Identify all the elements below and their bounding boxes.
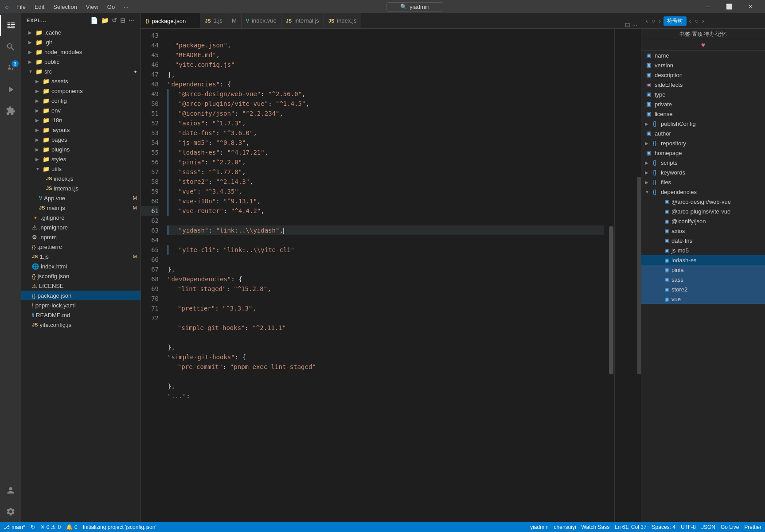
symbol-scripts[interactable]: ▶ {} scripts: [641, 158, 765, 167]
status-encoding[interactable]: UTF-8: [681, 524, 696, 530]
menu-file[interactable]: File: [13, 3, 29, 11]
status-spaces[interactable]: Spaces: 4: [652, 524, 675, 530]
tree-package-json[interactable]: {}package.json: [21, 291, 141, 300]
tree-git[interactable]: ▶📁.git: [21, 37, 141, 47]
symbol-dependencies[interactable]: ▼ {} dependencies: [641, 187, 765, 197]
status-go-live[interactable]: Go Live: [721, 524, 739, 530]
symbol-type[interactable]: ▣ type: [641, 89, 765, 99]
dep-pinia[interactable]: ▣ pinia: [641, 265, 765, 275]
tree-readme[interactable]: ℹREADME.md: [21, 310, 141, 320]
collapse-icon[interactable]: ⊟: [120, 17, 126, 24]
activity-settings[interactable]: [0, 501, 21, 522]
symbol-homepage[interactable]: ▣ homepage: [641, 148, 765, 158]
tab-1js[interactable]: JS 1.js: [200, 13, 227, 28]
dep-lodash-es[interactable]: ▣ lodash-es: [641, 255, 765, 265]
dep-axios[interactable]: ▣ axios: [641, 226, 765, 236]
activity-source-control[interactable]: 3: [0, 58, 21, 79]
symbol-side-effects[interactable]: ▣ sideEffects: [641, 80, 765, 89]
tab-m[interactable]: M: [227, 13, 242, 28]
activity-account[interactable]: [0, 480, 21, 501]
tab-index-js[interactable]: JS index.js: [324, 13, 362, 28]
tree-main-js[interactable]: JSmain.jsM: [21, 203, 141, 213]
status-git-changes[interactable]: 🔔 0: [66, 524, 78, 530]
symbol-repository[interactable]: ▶ {} repository: [641, 138, 765, 148]
status-errors[interactable]: ✕ 0 ⚠ 0: [40, 524, 61, 530]
tree-src[interactable]: ▼📁src●: [21, 66, 141, 76]
tree-node-modules[interactable]: ▶📁node_modules: [21, 47, 141, 57]
tree-public[interactable]: ▶📁public: [21, 57, 141, 66]
dep-arco-plugins[interactable]: ▣ @arco-plugins/vite-vue: [641, 206, 765, 216]
outline-symbol-tree-btn[interactable]: 符号树: [664, 16, 687, 26]
menu-edit[interactable]: Edit: [31, 3, 48, 11]
tree-styles[interactable]: ▶📁styles: [21, 154, 141, 164]
tab-package-json[interactable]: {} package.json ✕: [141, 13, 200, 28]
dep-sass[interactable]: ▣ sass: [641, 275, 765, 284]
new-folder-icon[interactable]: 📁: [101, 17, 109, 24]
tree-config[interactable]: ▶📁config: [21, 96, 141, 105]
activity-run[interactable]: [0, 79, 21, 100]
more-tabs-icon[interactable]: ···: [632, 21, 637, 28]
menu-go[interactable]: Go: [104, 3, 118, 11]
status-sync[interactable]: ↻: [31, 524, 35, 530]
tree-gitignore[interactable]: 🔸.gitignore: [21, 213, 141, 222]
new-file-icon[interactable]: 📄: [90, 17, 98, 24]
status-task[interactable]: Initializing project 'jsconfig.json': [83, 524, 156, 530]
activity-search[interactable]: [0, 36, 21, 58]
symbol-author[interactable]: ▣ author: [641, 128, 765, 138]
status-prettier[interactable]: Prettier: [744, 524, 761, 530]
outline-prev[interactable]: ‹: [645, 16, 649, 25]
tree-layouts[interactable]: ▶📁layouts: [21, 125, 141, 135]
symbol-keywords[interactable]: ▶ [] keywords: [641, 167, 765, 177]
tree-pages[interactable]: ▶📁pages: [21, 135, 141, 144]
status-chensuiyi[interactable]: chensuiyi: [554, 524, 576, 530]
code-lines[interactable]: "package.json", "README.md", "yite.confi…: [163, 29, 608, 522]
dep-vue[interactable]: ▣ vue: [641, 294, 765, 304]
close-button[interactable]: ✕: [740, 0, 761, 13]
tree-utils[interactable]: ▼📁utils: [21, 164, 141, 174]
symbol-license[interactable]: ▣ license: [641, 109, 765, 119]
outline-prev2[interactable]: ‹: [688, 16, 692, 25]
dep-arco-design[interactable]: ▣ @arco-design/web-vue: [641, 197, 765, 206]
activity-extensions[interactable]: [0, 100, 21, 121]
refresh-icon[interactable]: ↺: [112, 17, 117, 24]
status-yiadmin[interactable]: yiadmin: [530, 524, 548, 530]
tree-utils-index[interactable]: JSindex.js: [21, 174, 141, 183]
dep-iconify[interactable]: ▣ @iconify/json: [641, 216, 765, 226]
search-box[interactable]: 🔍 yiadmin: [386, 2, 443, 12]
outline-next[interactable]: ›: [658, 16, 662, 25]
symbol-publish-config[interactable]: ▶ {} publishConfig: [641, 119, 765, 128]
symbol-name[interactable]: ▣ name: [641, 50, 765, 60]
symbol-files[interactable]: ▶ [] files: [641, 177, 765, 187]
status-watch-sass[interactable]: Watch Sass: [582, 524, 610, 530]
editor-scrollbar-thumb[interactable]: [609, 226, 613, 374]
status-format[interactable]: JSON: [701, 524, 715, 530]
code-editor[interactable]: 43444546 47484950 51525354 55565758 5960…: [141, 29, 641, 522]
outline-circle2[interactable]: ○: [694, 16, 699, 25]
tree-pnpm-lock[interactable]: !pnpm-lock.yaml: [21, 300, 141, 310]
editor-scrollbar[interactable]: [608, 29, 614, 522]
tab-index-vue[interactable]: V index.vue: [242, 13, 281, 28]
tree-index-html[interactable]: 🌐index.html: [21, 261, 141, 271]
tree-env[interactable]: ▶📁env: [21, 105, 141, 115]
tab-internal-js[interactable]: JS internal.js: [281, 13, 324, 28]
dep-date-fns[interactable]: ▣ date-fns: [641, 236, 765, 245]
tree-yite-config[interactable]: JSyite.config.js: [21, 320, 141, 330]
status-cursor-pos[interactable]: Ln 61, Col 37: [615, 524, 646, 530]
minimap-scroll[interactable]: [637, 177, 641, 374]
minimize-button[interactable]: —: [698, 0, 718, 13]
activity-explorer[interactable]: [0, 15, 21, 36]
tree-app-vue[interactable]: VApp.vueM: [21, 193, 141, 203]
outline-circle[interactable]: ○: [651, 16, 656, 25]
tree-license[interactable]: ⚠LICENSE: [21, 281, 141, 291]
symbol-description[interactable]: ▣ description: [641, 70, 765, 80]
tree-npmignore[interactable]: ⚠.npmignore: [21, 222, 141, 232]
tree-assets[interactable]: ▶📁assets: [21, 76, 141, 86]
tree-utils-internal[interactable]: JSinternal.js: [21, 183, 141, 193]
split-editor-icon[interactable]: ⊟: [625, 21, 630, 28]
menu-more[interactable]: ···: [120, 3, 132, 11]
more-icon[interactable]: ···: [129, 17, 135, 24]
tree-prettierrc[interactable]: {}.prettierrc: [21, 242, 141, 252]
status-branch[interactable]: ⎇ main*: [4, 524, 25, 530]
menu-view[interactable]: View: [82, 3, 102, 11]
tree-1js[interactable]: JS1.jsM: [21, 252, 141, 261]
